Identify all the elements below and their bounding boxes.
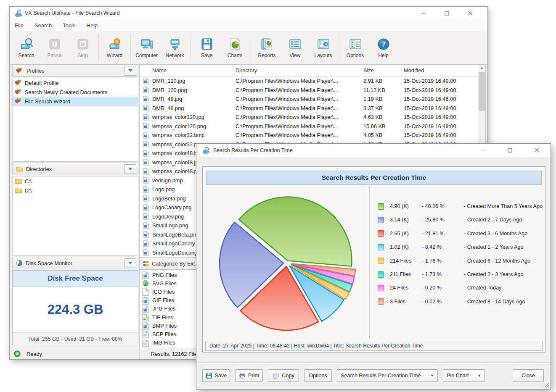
toolbar-button-options[interactable]: Options	[341, 33, 369, 63]
table-row[interactable]: wmpnss_color120.jpgC:\Program Files\Wind…	[140, 113, 478, 122]
chevron-down-icon: ▼	[430, 374, 434, 378]
legend-value: 214 Files	[390, 258, 422, 264]
toolbar-button-reports[interactable]: Reports	[253, 33, 281, 63]
table-row[interactable]: DMR_120.pngC:\Program Files\Windows Medi…	[140, 86, 478, 95]
cell-name: DMR_120.jpg	[152, 78, 233, 84]
folder-icon	[16, 166, 23, 172]
legend-swatch	[378, 285, 384, 291]
toolbar-label: Computer	[135, 53, 158, 58]
file-icon	[143, 213, 149, 220]
legend-item: 3.14 (K)- 25.80 %- Created 2 - 7 Days Ag…	[378, 216, 543, 224]
legend-value: 4.90 (K)	[390, 203, 422, 209]
directories-title: Directories	[26, 166, 124, 172]
directories-header[interactable]: Directories	[12, 163, 138, 175]
toolbar-button-wizard[interactable]: Wizard	[101, 33, 129, 63]
toolbar-label: View	[290, 53, 301, 58]
toolbar-button-help[interactable]: ?Help	[369, 33, 397, 63]
toolbar-button-layouts[interactable]: Layouts	[309, 33, 337, 63]
options-button[interactable]: Options	[304, 369, 332, 382]
scrollbar-up-icon[interactable]: ▲	[478, 66, 485, 70]
table-row[interactable]: wmpnss_color32.bmpC:\Program Files\Windo…	[140, 131, 478, 140]
close-icon[interactable]	[464, 8, 477, 18]
category-label: GIF Files	[152, 297, 174, 303]
dialog-close-icon[interactable]	[530, 145, 543, 155]
save-button[interactable]: Save	[202, 369, 230, 382]
toolbar-button-save[interactable]: Save	[193, 33, 221, 63]
file-icon	[143, 186, 149, 193]
scrollbar-thumb[interactable]	[479, 72, 485, 111]
disk-monitor-dropdown-icon[interactable]	[124, 258, 136, 268]
legend-value: 211 Files	[390, 271, 422, 277]
file-blue-icon	[142, 322, 149, 329]
layouts-icon	[317, 37, 330, 51]
file-icon	[143, 204, 149, 211]
profile-label: File Search Wizard	[25, 98, 70, 105]
cell-directory: C:\Program Files\Windows Media Player\..…	[236, 123, 361, 129]
column-modified[interactable]: Modified	[404, 67, 424, 74]
column-size[interactable]: Size	[363, 67, 374, 74]
cell-name: DMR_48.jpg	[152, 96, 233, 102]
file-icon	[143, 141, 149, 147]
menu-help[interactable]: Help	[87, 22, 98, 29]
toolbar-button-view[interactable]: View	[281, 33, 309, 63]
chart-type-combo[interactable]: Pie Chart ▼	[443, 369, 485, 382]
toolbar-button-network[interactable]: Network	[161, 33, 189, 63]
directory-item[interactable]: C:\	[13, 176, 138, 186]
legend-value: 3 Files	[390, 299, 422, 305]
close-label: Close	[522, 373, 535, 379]
table-row[interactable]: wmpnss_color120.pngC:\Program Files\Wind…	[140, 122, 478, 131]
profile-item[interactable]: File Search Wizard	[13, 97, 138, 106]
table-row[interactable]: DMR_120.jpgC:\Program Files\Windows Medi…	[140, 76, 478, 86]
cell-directory: C:\Program Files\Windows Media Player\..…	[236, 78, 361, 84]
window-title: VX Search Ultimate - File Search Wizard	[25, 10, 120, 16]
copy-button[interactable]: Copy	[268, 369, 299, 382]
dialog-maximize-icon[interactable]	[503, 145, 516, 155]
status-results: Results: 12162 Files,	[151, 351, 201, 357]
print-button[interactable]: Print	[235, 369, 263, 382]
resize-grip[interactable]	[544, 383, 549, 388]
close-button[interactable]: Close	[513, 369, 544, 382]
profile-item[interactable]: Search Newly Created Documents	[13, 87, 138, 97]
directory-item[interactable]: D:\	[13, 186, 138, 195]
table-row[interactable]: DMR_48.jpgC:\Program Files\Windows Media…	[140, 95, 478, 104]
menu-tools[interactable]: Tools	[63, 22, 75, 29]
menu-search[interactable]: Search	[34, 22, 52, 29]
profile-hearts-icon	[15, 89, 22, 95]
print-label: Print	[248, 373, 259, 379]
column-directory[interactable]: Directory	[236, 67, 257, 74]
cell-directory: C:\Program Files\Windows Media Player\..…	[236, 132, 361, 138]
category-label: JPG Files	[152, 305, 175, 312]
toolbar: SearchPauseStopWizardComputerNetworkSave…	[10, 31, 487, 65]
chevron-down-icon: ▼	[477, 374, 481, 378]
column-name[interactable]: Name	[152, 67, 167, 74]
dialog-minimize-icon[interactable]	[477, 145, 489, 155]
chart-title: Search Results Per Creation Time	[206, 171, 542, 185]
computer-icon	[140, 37, 154, 51]
disk-free-space-value: 224.3 GB	[13, 287, 138, 332]
profiles-header[interactable]: Profiles	[12, 64, 138, 77]
menu-file[interactable]: File	[15, 22, 24, 29]
search-icon	[20, 37, 33, 51]
cell-directory: C:\Program Files\Windows Media Player\..…	[236, 105, 361, 111]
chart-dialog: Search Results Per Creation Time Search …	[196, 143, 551, 389]
table-row[interactable]: DMR_48.pngC:\Program Files\Windows Media…	[140, 104, 478, 113]
file-icon	[143, 177, 149, 184]
file-image-icon	[142, 314, 149, 321]
disk-monitor-header[interactable]: Disk Space Monitor	[12, 257, 138, 269]
maximize-icon[interactable]	[440, 8, 453, 18]
chart-select-combo[interactable]: Search Results Per Creation Time ▼	[337, 369, 438, 382]
category-label: PNG Files	[152, 272, 177, 278]
legend-value: 2.65 (K)	[390, 231, 422, 237]
file-icon	[143, 222, 149, 229]
disk-monitor-title: Disk Space Monitor	[26, 260, 124, 266]
toolbar-button-charts[interactable]: Charts	[221, 33, 249, 63]
reports-icon	[260, 37, 274, 51]
directories-dropdown-icon[interactable]	[124, 164, 136, 174]
profile-item[interactable]: Default Profile	[13, 78, 138, 87]
directory-label: D:\	[25, 187, 32, 194]
toolbar-button-search[interactable]: Search	[12, 33, 40, 63]
category-label: SVG Files	[152, 280, 177, 287]
toolbar-button-computer[interactable]: Computer	[132, 33, 161, 63]
minimize-icon[interactable]	[417, 8, 429, 18]
profiles-dropdown-icon[interactable]	[124, 66, 136, 76]
